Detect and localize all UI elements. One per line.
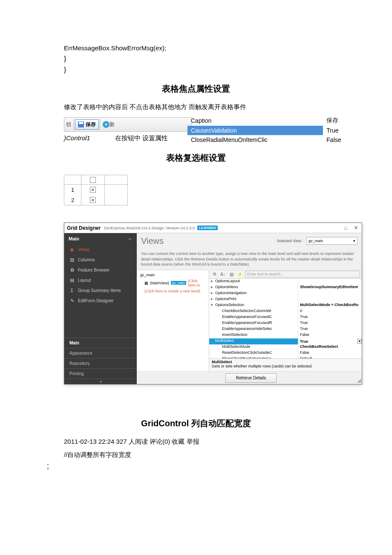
prop-key: CausesValidation xyxy=(187,126,323,135)
sidebar-item[interactable]: ✎EditForm Designer xyxy=(64,295,137,306)
propgrid-row[interactable]: ResetSelectionClickOutsideCFalse xyxy=(209,350,362,356)
chevron-down-icon: ▾ xyxy=(353,239,355,243)
prop-key: OptionsLayout xyxy=(214,279,298,285)
views-header: Views Selected View: gv_main▾ xyxy=(137,233,362,249)
sidebar-icon: Σ xyxy=(69,288,75,293)
propgrid-row[interactable]: ▾OptionsSelectionMultiSelectMode = Check… xyxy=(209,303,362,309)
sidebar-icon: ▥ xyxy=(69,257,75,263)
sidebar: Main ← ◉Views▥Columns✿Feature Browser▤La… xyxy=(64,233,137,384)
prop-row[interactable]: Caption 保存 xyxy=(187,116,358,126)
prop-value: False xyxy=(298,332,362,338)
prop-value: True▾ xyxy=(298,338,362,344)
checkbox[interactable] xyxy=(90,187,96,193)
prop-key: ResetSelectionClickOutsideC xyxy=(214,350,298,356)
prop-key: MultiSelectMode xyxy=(214,344,298,350)
window-subtitle: DevExpress.XtraGrid.v14.2.Design, Versio… xyxy=(101,226,194,230)
pages-icon[interactable]: ▤ xyxy=(228,271,235,278)
prop-value: True xyxy=(298,315,362,321)
grid-row[interactable]: 2 xyxy=(64,195,127,205)
propgrid-row[interactable]: CheckBoxSelectorColumnWi0 xyxy=(209,309,362,315)
propgrid-row[interactable]: ▸OptionsNavigation xyxy=(209,291,362,297)
code-brace: } xyxy=(21,64,371,75)
main-area: Views Selected View: gv_main▾ You can co… xyxy=(137,233,362,384)
checkbox[interactable] xyxy=(90,197,96,203)
propgrid-row[interactable]: ▸OptionsLayout xyxy=(209,279,362,285)
cut-button[interactable]: 切 xyxy=(64,118,73,131)
prop-key: OptionsPrint xyxy=(214,297,298,303)
divider xyxy=(74,119,74,130)
tree-root[interactable]: gc_main xyxy=(138,272,207,278)
sidebar-item[interactable]: ΣGroup Summary Items xyxy=(64,285,137,295)
propgrid-row[interactable]: InvertSelectionFalse xyxy=(209,332,362,338)
sidebar-section-repository[interactable]: Repository xyxy=(64,358,137,368)
close-icon[interactable]: ✕ xyxy=(352,225,359,231)
code-line: ErrMessageBox.ShowErrorMsg(ex); xyxy=(21,43,371,53)
view-tag: gv_main xyxy=(171,281,186,285)
add-button[interactable]: 新 xyxy=(101,118,116,131)
divider xyxy=(100,119,100,130)
prop-key: OptionsMenu xyxy=(214,285,298,291)
sidebar-item[interactable]: ✿Feature Browser xyxy=(64,265,137,275)
description: 修改了表格中的内容后 不点击表格其他地方 而触发离开表格事件 xyxy=(21,101,371,114)
prop-value: CheckBoxRowSelect xyxy=(298,344,362,350)
prop-row[interactable]: CloseRadialMenuOnItemClic False xyxy=(187,135,358,145)
save-button[interactable]: 保存 xyxy=(75,119,99,130)
prop-key: EnableAppearanceFocusedR xyxy=(214,321,298,327)
prop-key: OptionsNavigation xyxy=(214,291,298,297)
expand-icon[interactable]: ▸ xyxy=(209,279,214,285)
propgrid-row[interactable]: EnableAppearanceFocusedCTrue xyxy=(209,315,362,321)
prop-value xyxy=(298,297,362,303)
grid-row[interactable]: 1 xyxy=(64,185,127,195)
propgrid-row-selected[interactable]: MultiSelectTrue▾ xyxy=(209,338,362,344)
tree-node[interactable]: ▦ (MainView) gv_main (Click here to xyxy=(138,278,207,288)
categorize-icon[interactable]: ⧉ xyxy=(211,271,218,278)
sidebar-item[interactable]: ▤Layout xyxy=(64,275,137,285)
prop-key: EnableAppearanceFocusedC xyxy=(214,315,298,321)
license-badge: LICENSED xyxy=(197,225,218,230)
prop-key: Caption xyxy=(187,116,323,126)
maximize-icon[interactable]: □ xyxy=(342,225,349,231)
expand-icon[interactable]: ▾ xyxy=(64,379,137,384)
sidebar-section-appearance[interactable]: Appearance xyxy=(64,348,137,358)
sort-icon[interactable]: A↓ xyxy=(219,271,226,278)
create-level-link[interactable]: (Click here to create a new level) xyxy=(138,288,207,293)
propgrid-row[interactable]: EnableAppearanceHideSelecTrue xyxy=(209,327,362,332)
retrieve-details-button[interactable]: Retrieve Details xyxy=(225,373,277,383)
prop-value: False xyxy=(323,135,358,145)
sidebar-section-main[interactable]: Main xyxy=(64,338,137,348)
flash-icon[interactable]: ⚡ xyxy=(236,271,243,278)
sidebar-header: Main ← xyxy=(64,233,137,244)
sidebar-item[interactable]: ◉Views xyxy=(64,244,137,254)
propgrid-row[interactable]: MultiSelectModeCheckBoxRowSelect xyxy=(209,344,362,350)
prop-key: EnableAppearanceHideSelec xyxy=(214,327,298,332)
selected-view-dropdown[interactable]: gv_main▾ xyxy=(306,237,357,245)
prop-value: True xyxy=(298,321,362,327)
views-title: Views xyxy=(141,236,273,246)
sidebar-section-printing[interactable]: Printing xyxy=(64,369,137,379)
sidebar-icon: ✎ xyxy=(69,298,75,304)
back-icon[interactable]: ← xyxy=(128,236,133,241)
code-brace: } xyxy=(21,53,371,64)
sample-grid: 1 2 xyxy=(64,175,128,205)
resize-grip-icon[interactable]: ◢ xyxy=(357,377,361,383)
propgrid-row[interactable]: EnableAppearanceFocusedRTrue xyxy=(209,321,362,327)
meta-line: 2011-02-13 22:24 327 人阅读 评论(0) 收藏 举报 xyxy=(21,435,371,448)
propgrid-search[interactable]: Enter text to search... xyxy=(245,271,360,278)
expand-icon[interactable]: ▾ xyxy=(209,303,214,309)
checkbox-header[interactable] xyxy=(90,177,96,183)
prop-row-selected[interactable]: CausesValidation True xyxy=(187,126,358,135)
expand-icon[interactable]: ▸ xyxy=(209,291,214,297)
comment-line: //自动调整所有字段宽度 xyxy=(21,448,371,462)
grid-icon: ▦ xyxy=(144,281,148,285)
prop-value: True xyxy=(298,327,362,332)
expand-icon[interactable]: ▸ xyxy=(209,285,214,291)
sidebar-item[interactable]: ▥Columns xyxy=(64,254,137,265)
propgrid-row[interactable]: ▸OptionsPrint xyxy=(209,297,362,303)
selected-view-label: Selected View: xyxy=(277,239,302,243)
propgrid-row[interactable]: ▸OptionsMenuShowGroupSummaryEditorItem xyxy=(209,285,362,291)
save-label: 保存 xyxy=(86,121,96,128)
toolbar: 切 保存 新 xyxy=(64,117,192,132)
expand-icon[interactable]: ▸ xyxy=(209,297,214,303)
chevron-down-icon[interactable]: ▾ xyxy=(357,339,362,344)
heading-autowidth: GridControl 列自动匹配宽度 xyxy=(21,410,371,435)
